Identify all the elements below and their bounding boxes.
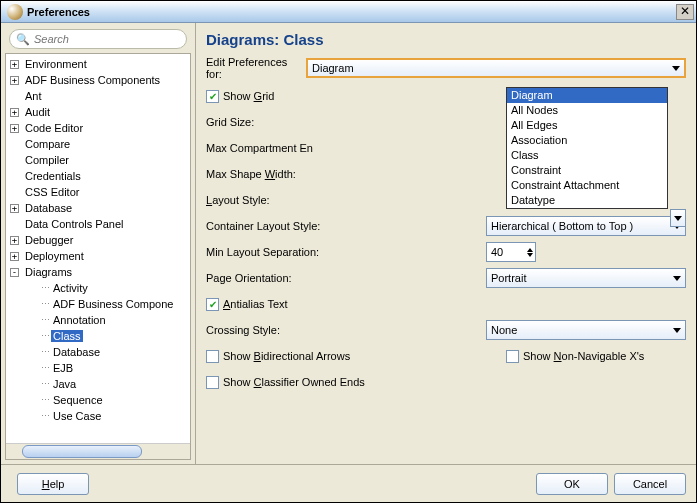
expand-icon[interactable]: +	[10, 236, 19, 245]
tree-item[interactable]: +Code Editor	[6, 120, 190, 136]
crossing-select[interactable]: None	[486, 320, 686, 340]
tree-item-label: Database	[23, 202, 74, 214]
tree-item[interactable]: Credentials	[6, 168, 190, 184]
tree-item[interactable]: ⋯Class	[6, 328, 190, 344]
tree-connector: ⋯	[41, 363, 49, 373]
tree-item[interactable]: ⋯Sequence	[6, 392, 190, 408]
show-grid-label: Show Grid	[223, 90, 274, 102]
app-icon	[7, 4, 23, 20]
tree-spacer	[10, 140, 19, 149]
container-layout-select[interactable]: Hierarchical ( Bottom to Top )	[486, 216, 686, 236]
help-button[interactable]: Help	[17, 473, 89, 495]
expand-icon[interactable]: +	[10, 124, 19, 133]
search-input[interactable]	[34, 33, 180, 45]
tree-item-label: Database	[51, 346, 102, 358]
tree-item[interactable]: ⋯EJB	[6, 360, 190, 376]
show-grid-checkbox[interactable]: ✔	[206, 90, 219, 103]
tree-spacer	[28, 412, 37, 421]
dropdown-option[interactable]: All Nodes	[507, 103, 667, 118]
tree-item[interactable]: +Environment	[6, 56, 190, 72]
edit-pref-select[interactable]: Diagram	[306, 58, 686, 78]
dropdown-option[interactable]: Diagram	[507, 88, 667, 103]
min-sep-spinner[interactable]: 40	[486, 242, 536, 262]
tree-item[interactable]: +ADF Business Components	[6, 72, 190, 88]
chevron-down-icon	[673, 276, 681, 281]
tree-item[interactable]: CSS Editor	[6, 184, 190, 200]
show-classifier-checkbox[interactable]	[206, 376, 219, 389]
dropdown-option[interactable]: Class	[507, 148, 667, 163]
tree-connector: ⋯	[41, 331, 49, 341]
container-layout-value: Hierarchical ( Bottom to Top )	[491, 220, 633, 232]
tree-item-label: Class	[51, 330, 83, 342]
expand-icon[interactable]: +	[10, 60, 19, 69]
tree-item[interactable]: ⋯Database	[6, 344, 190, 360]
tree-item-label: ADF Business Compone	[51, 298, 175, 310]
tree-item[interactable]: Compiler	[6, 152, 190, 168]
min-sep-label: Min Layout Separation:	[206, 246, 486, 258]
tree-item[interactable]: +Deployment	[6, 248, 190, 264]
tree-item[interactable]: +Audit	[6, 104, 190, 120]
tree-item[interactable]: ⋯Use Case	[6, 408, 190, 424]
tree-item-label: Compare	[23, 138, 72, 150]
title-bar: Preferences ✕	[1, 1, 696, 23]
tree-item[interactable]: Compare	[6, 136, 190, 152]
footer: Help OK Cancel	[1, 464, 696, 502]
dropdown-option[interactable]: Association	[507, 133, 667, 148]
tree-item-label: Use Case	[51, 410, 103, 422]
chevron-down-icon	[672, 66, 680, 71]
max-compartment-label: Max Compartment En	[206, 142, 346, 154]
tree-item[interactable]: ⋯ADF Business Compone	[6, 296, 190, 312]
dropdown-option[interactable]: Constraint	[507, 163, 667, 178]
show-nonnav-label: Show Non-Navigable X's	[523, 350, 644, 362]
tree-item[interactable]: Ant	[6, 88, 190, 104]
tree-item[interactable]: ⋯Annotation	[6, 312, 190, 328]
close-button[interactable]: ✕	[676, 4, 694, 20]
tree-spacer	[28, 316, 37, 325]
page-orient-select[interactable]: Portrait	[486, 268, 686, 288]
tree-item-label: Code Editor	[23, 122, 85, 134]
tree-item[interactable]: Data Controls Panel	[6, 216, 190, 232]
dropdown-option[interactable]: Constraint Attachment	[507, 178, 667, 193]
tree-item[interactable]: -Diagrams	[6, 264, 190, 280]
tree-connector: ⋯	[41, 299, 49, 309]
tree-item-label: Environment	[23, 58, 89, 70]
tree-item[interactable]: ⋯Java	[6, 376, 190, 392]
grid-size-label: Grid Size:	[206, 116, 346, 128]
tree-spacer	[10, 92, 19, 101]
tree-item[interactable]: +Database	[6, 200, 190, 216]
tree-item-label: Audit	[23, 106, 52, 118]
dropdown-option[interactable]: Datatype	[507, 193, 667, 208]
tree-spacer	[28, 396, 37, 405]
tree-spacer	[28, 380, 37, 389]
horizontal-scrollbar[interactable]	[6, 443, 190, 459]
tree-spacer	[28, 300, 37, 309]
layout-style-dropdown-arrow[interactable]	[670, 209, 686, 227]
show-bidir-label: Show Bidirectional Arrows	[223, 350, 350, 362]
expand-icon[interactable]: +	[10, 108, 19, 117]
tree-spacer	[10, 172, 19, 181]
preferences-tree[interactable]: +Environment+ADF Business ComponentsAnt+…	[6, 54, 190, 459]
edit-pref-dropdown[interactable]: DiagramAll NodesAll EdgesAssociationClas…	[506, 87, 668, 209]
antialias-checkbox[interactable]: ✔	[206, 298, 219, 311]
tree-item[interactable]: +Debugger	[6, 232, 190, 248]
expand-icon[interactable]: +	[10, 252, 19, 261]
dropdown-option[interactable]: All Edges	[507, 118, 667, 133]
min-sep-value: 40	[491, 246, 503, 258]
tree-spacer	[28, 364, 37, 373]
tree-item-label: Activity	[51, 282, 90, 294]
tree-item[interactable]: ⋯Activity	[6, 280, 190, 296]
search-box[interactable]: 🔍	[9, 29, 187, 49]
expand-icon[interactable]: +	[10, 204, 19, 213]
tree-connector: ⋯	[41, 411, 49, 421]
show-bidir-checkbox[interactable]	[206, 350, 219, 363]
expand-icon[interactable]: +	[10, 76, 19, 85]
collapse-icon[interactable]: -	[10, 268, 19, 277]
ok-button[interactable]: OK	[536, 473, 608, 495]
show-nonnav-checkbox[interactable]	[506, 350, 519, 363]
page-heading: Diagrams: Class	[206, 31, 686, 48]
cancel-button[interactable]: Cancel	[614, 473, 686, 495]
tree-spacer	[28, 348, 37, 357]
tree-spacer	[10, 220, 19, 229]
edit-pref-value: Diagram	[312, 62, 354, 74]
tree-spacer	[10, 188, 19, 197]
